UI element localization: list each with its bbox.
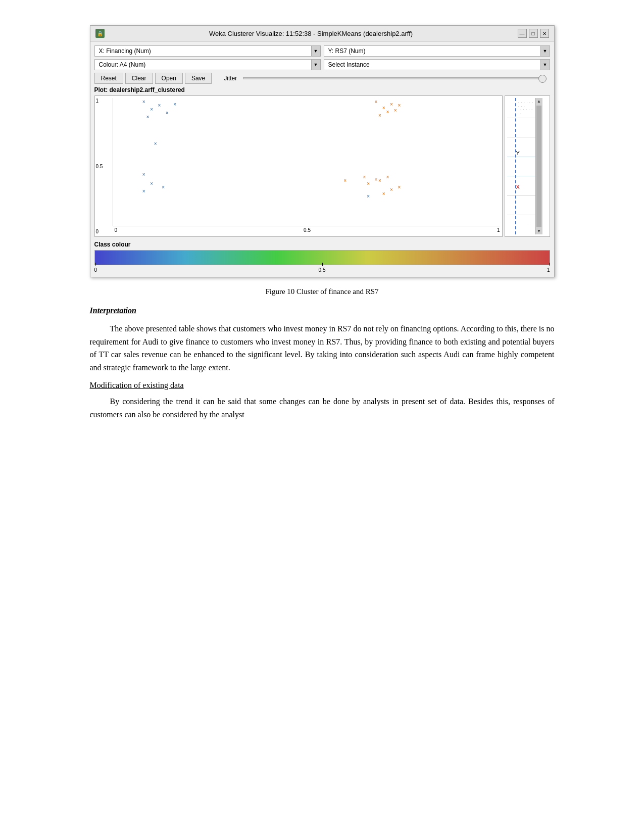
weka-body: X: Financing (Num) ▼ Y: RS7 (Num) ▼ Colo… (90, 41, 554, 277)
scroll-thumb[interactable] (536, 106, 541, 227)
plot-sidebar: Y X · · · · · · · · · · · · · · · · · ··… (505, 95, 550, 237)
maximize-button[interactable]: □ (529, 29, 538, 38)
jitter-knob[interactable] (538, 75, 547, 83)
data-point: × (343, 178, 346, 183)
y-label-05: 0.5 (96, 164, 112, 169)
data-point: × (367, 181, 370, 186)
weka-icon: 🔒 (95, 29, 105, 38)
colour-dropdown[interactable]: Colour: A4 (Num) ▼ (94, 59, 321, 70)
data-point: × (394, 108, 397, 113)
data-point: × (166, 111, 169, 116)
colour-tick-05 (322, 263, 323, 266)
data-point: × (374, 100, 377, 105)
figure-caption: Figure 10 Cluster of finance and RS7 (90, 287, 555, 296)
data-point: × (390, 102, 393, 107)
reset-button[interactable]: Reset (94, 73, 123, 84)
sidebar-plot-area: Y X · · · · · · · · · · · · · · · · · ··… (507, 98, 542, 234)
sidebar-rows: Y X · · · · · · · · · · · · · · · · · ··… (507, 98, 535, 234)
y-axis-label: Y: RS7 (Num) (324, 46, 540, 56)
save-button[interactable]: Save (185, 73, 212, 84)
modification-paragraph: By considering the trend it can be said … (90, 395, 555, 421)
data-point: × (142, 189, 145, 194)
colour-label: Colour: A4 (Num) (95, 60, 311, 70)
colour-tick-0 (95, 263, 95, 266)
data-point: × (363, 175, 366, 180)
class-colour-label: Class colour (94, 241, 550, 248)
data-point: × (367, 194, 370, 199)
weka-title: Weka Clusterer Visualize: 11:52:38 - Sim… (109, 30, 514, 37)
weka-titlebar: 🔒 Weka Clusterer Visualize: 11:52:38 - S… (90, 26, 554, 41)
plot-area: × × × × × × × × × × × × × × × × (113, 98, 500, 226)
colour-tick-1 (550, 263, 550, 266)
data-point: × (154, 141, 157, 146)
open-button[interactable]: Open (155, 73, 183, 84)
data-point: × (382, 191, 385, 197)
data-point: × (382, 106, 385, 111)
data-point: × (386, 175, 389, 180)
colour-row: Colour: A4 (Num) ▼ Select Instance ▼ (94, 59, 550, 70)
data-point: × (150, 181, 153, 186)
colour-max-label: 1 (547, 267, 550, 273)
x-label-05: 0.5 (304, 227, 311, 233)
document-area: Figure 10 Cluster of finance and RS7 Int… (90, 287, 555, 421)
y-axis-labels: 1 0.5 0 (95, 96, 113, 236)
jitter-label: Jitter (224, 75, 237, 82)
modification-heading: Modification of existing data (90, 381, 555, 390)
colour-arrow[interactable]: ▼ (311, 60, 320, 70)
y-label-0: 0 (96, 229, 112, 234)
sidebar-row (507, 118, 535, 118)
scroll-down[interactable]: ▼ (536, 228, 542, 234)
button-row: Reset Clear Open Save Jitter (94, 73, 550, 84)
data-point: × (150, 107, 153, 112)
jitter-slider[interactable] (243, 77, 542, 79)
data-point: × (398, 185, 401, 190)
sidebar-vline (515, 98, 516, 234)
scroll-up[interactable]: ▲ (536, 98, 542, 105)
class-colour-section: Class colour 0 0.5 1 (94, 241, 550, 273)
data-point: × (173, 102, 176, 107)
data-point: × (390, 187, 393, 192)
colour-bar-labels: 0 0.5 1 (94, 267, 550, 273)
data-point: × (142, 100, 145, 105)
weka-window: 🔒 Weka Clusterer Visualize: 11:52:38 - S… (90, 25, 555, 277)
select-instance-label: Select Instance (324, 60, 540, 70)
close-button[interactable]: ✕ (540, 29, 549, 38)
sidebar-row (507, 215, 535, 215)
interpretation-heading: Interpretation (90, 306, 555, 315)
y-label-1: 1 (96, 98, 112, 104)
colour-bar (94, 250, 550, 265)
plot-title: Plot: dealership2.arff_clustered (94, 86, 550, 93)
data-point: × (162, 185, 165, 190)
axis-row: X: Financing (Num) ▼ Y: RS7 (Num) ▼ (94, 45, 550, 57)
sidebar-row (507, 195, 535, 196)
x-axis-arrow[interactable]: ▼ (311, 46, 320, 56)
sidebar-dots: · · · · · · · · (518, 108, 535, 116)
sidebar-row (507, 157, 535, 157)
select-instance-arrow[interactable]: ▼ (540, 60, 550, 70)
sidebar-y-label: Y (516, 150, 519, 156)
data-point: × (378, 178, 381, 183)
x-axis-dropdown[interactable]: X: Financing (Num) ▼ (94, 45, 321, 57)
interpretation-paragraph: The above presented table shows that cus… (90, 322, 555, 374)
x-label-1: 1 (497, 227, 500, 233)
sidebar-row (507, 137, 535, 137)
data-point: × (374, 177, 377, 182)
minimize-button[interactable]: — (518, 29, 527, 38)
select-instance-dropdown[interactable]: Select Instance ▼ (324, 59, 550, 70)
plot-main[interactable]: 1 0.5 0 0 0.5 1 × × × × (94, 95, 503, 237)
x-label-0: 0 (115, 227, 118, 233)
clear-button[interactable]: Clear (125, 73, 153, 84)
data-point: × (142, 172, 145, 177)
colour-mid-label: 0.5 (319, 267, 326, 273)
x-axis-label: X: Financing (Num) (95, 46, 311, 56)
data-point: × (386, 110, 389, 115)
data-point: × (398, 103, 401, 108)
x-axis-labels: 0 0.5 1 (113, 226, 502, 236)
plot-container: 1 0.5 0 0 0.5 1 × × × × (94, 95, 550, 237)
y-axis-dropdown[interactable]: Y: RS7 (Num) ▼ (324, 45, 550, 57)
data-point: × (158, 103, 161, 108)
sidebar-scrollbar[interactable]: ▲ ▼ (535, 98, 542, 234)
y-axis-arrow[interactable]: ▼ (540, 46, 550, 56)
sidebar-x-label: X (516, 184, 519, 190)
data-point: × (378, 113, 381, 118)
